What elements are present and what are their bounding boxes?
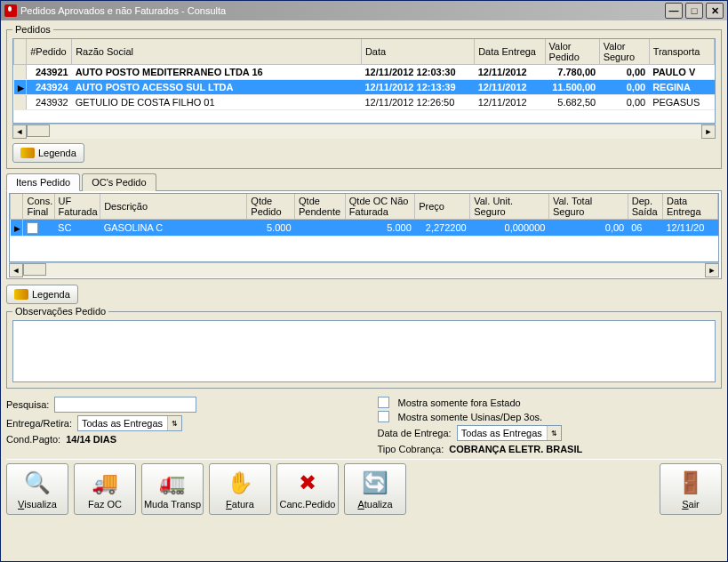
app-icon [4,4,17,17]
data-entrega-label: Data de Entrega: [378,428,452,438]
visualiza-button[interactable]: 🔍 Visualiza [6,463,68,515]
close-button[interactable]: ✕ [706,3,724,19]
col-val-unit-seg[interactable]: Val. Unit. Seguro [470,194,549,220]
scroll-right-icon[interactable]: ► [705,263,719,277]
scroll-left-icon[interactable]: ◄ [12,124,27,139]
usinas-dep-label: Mostra somente Usinas/Dep 3os. [398,412,543,422]
sair-button[interactable]: 🚪 Sair [660,463,722,515]
itens-grid[interactable]: Cons. Final UF Faturada Descrição Qtde P… [9,193,719,262]
row-marker-header [14,39,27,65]
col-qtde-pend[interactable]: Qtde Pendente [295,194,346,220]
tipo-cobranca-label: Tipo Cobrança: [378,444,444,454]
bottom-toolbar: 🔍 Visualiza 🚚 Faz OC 🚛 Muda Transp ✋ Fat… [6,459,722,515]
col-valor-seguro[interactable]: Valor Seguro [599,39,649,65]
refresh-icon: 🔄 [361,469,389,497]
col-valor-pedido[interactable]: Valor Pedido [545,39,599,65]
tipo-cobranca-value: COBRANÇA ELETR. BRASIL [449,444,582,454]
scroll-thumb[interactable] [23,263,46,276]
table-row[interactable]: 243932GETULIO DE COSTA FILHO 0112/11/201… [14,95,715,110]
chevron-updown-icon[interactable]: ⇅ [167,416,181,430]
atualiza-button[interactable]: 🔄 Atualiza [344,463,406,515]
pesquisa-label: Pesquisa: [6,399,49,410]
col-uf[interactable]: UF Faturada [54,194,100,220]
pedidos-hscroll[interactable]: ◄ ► [12,124,716,138]
table-row[interactable]: 243924AUTO POSTO ACESSO SUL LTDA12/11/20… [14,80,715,95]
muda-transp-button[interactable]: 🚛 Muda Transp [141,463,204,515]
exit-icon: 🚪 [676,469,705,497]
chevron-updown-icon[interactable]: ⇅ [547,426,561,440]
cond-pagto-label: Cond.Pagto: [6,434,60,445]
entrega-retira-combo[interactable]: Todas as Entregas ⇅ [77,415,182,431]
table-row[interactable]: SCGASOLINA C5.0005.0002,2722000,0000000,… [11,220,718,237]
scroll-thumb[interactable] [27,124,50,137]
pedidos-group: Pedidos #Pedido Razão Social Data Data E… [6,24,722,169]
window-title: Pedidos Aprovados e não Faturados - Cons… [20,5,665,16]
hand-money-icon: ✋ [226,469,254,497]
scroll-left-icon[interactable]: ◄ [9,263,23,277]
legend-icon [14,289,28,300]
tab-body: Cons. Final UF Faturada Descrição Qtde P… [6,191,722,279]
document-search-icon: 🔍 [23,469,52,497]
fora-estado-label: Mostra somente fora Estado [398,397,521,408]
faz-oc-button[interactable]: 🚚 Faz OC [74,463,136,515]
col-dep-saida[interactable]: Dep. Saída [628,194,662,220]
cancel-icon: ✖ [293,469,322,497]
row-marker-header [11,194,23,220]
truck-icon: 🚚 [91,469,119,497]
cons-final-checkbox[interactable] [27,222,38,234]
legenda-button-2[interactable]: Legenda [6,285,78,304]
pesquisa-input[interactable] [54,397,196,413]
fatura-button[interactable]: ✋ Fatura [209,463,271,515]
col-razao[interactable]: Razão Social [72,39,362,65]
titlebar[interactable]: Pedidos Aprovados e não Faturados - Cons… [1,1,727,20]
table-row[interactable]: 243921AUTO POSTO MEDITERRANEO LTDA 1612/… [14,65,715,80]
legend-icon [20,148,35,158]
pedidos-legend: Pedidos [12,24,53,35]
pedidos-grid[interactable]: #Pedido Razão Social Data Data Entrega V… [12,38,716,124]
canc-pedido-button[interactable]: ✖ Canc.Pedido [276,463,339,515]
col-entrega[interactable]: Data Entrega [475,39,545,65]
observacoes-legend: Observações Pedido [12,306,108,317]
col-desc[interactable]: Descrição [100,194,247,220]
tabs: Itens Pedido OC's Pedido [6,173,722,191]
col-pedido[interactable]: #Pedido [27,39,72,65]
col-preco[interactable]: Preço [415,194,470,220]
data-entrega-combo[interactable]: Todas as Entregas ⇅ [457,425,562,441]
scroll-right-icon[interactable]: ► [701,124,716,139]
col-qtde-oc[interactable]: Qtde OC Não Faturada [345,194,414,220]
tab-itens-pedido[interactable]: Itens Pedido [6,173,80,191]
col-transporta[interactable]: Transporta [649,39,714,65]
minimize-button[interactable]: — [665,3,683,19]
itens-hscroll[interactable]: ◄ ► [9,262,719,277]
maximize-button[interactable]: □ [685,3,703,19]
observacoes-group: Observações Pedido [6,306,722,389]
observacoes-textarea[interactable] [12,320,716,382]
col-cons-final[interactable]: Cons. Final [23,194,54,220]
truck-swap-icon: 🚛 [158,469,187,497]
col-qtde-pedido[interactable]: Qtde Pedido [247,194,295,220]
tab-ocs-pedido[interactable]: OC's Pedido [82,173,156,191]
col-val-tot-seg[interactable]: Val. Total Seguro [548,194,628,220]
fora-estado-checkbox[interactable] [378,397,389,408]
usinas-dep-checkbox[interactable] [378,411,389,422]
legenda-button[interactable]: Legenda [12,143,84,163]
entrega-retira-label: Entrega/Retira: [6,418,72,429]
window: Pedidos Aprovados e não Faturados - Cons… [0,0,728,562]
cond-pagto-value: 14/14 DIAS [66,434,116,445]
col-data[interactable]: Data [361,39,474,65]
col-data-entrega[interactable]: Data Entrega [662,194,717,220]
